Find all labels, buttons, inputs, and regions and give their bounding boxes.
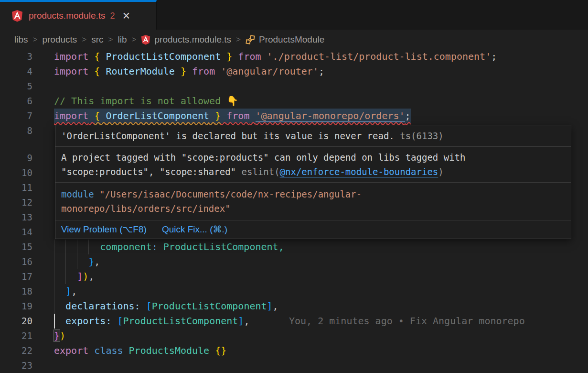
quick-fix-link[interactable]: Quick Fix... (⌘.) — [162, 224, 227, 235]
hover-text-line: module "/Users/isaac/Documents/code/nx-r… — [61, 187, 565, 201]
code-text: // This import is not allowed 👇 — [54, 94, 238, 109]
token: , — [88, 271, 94, 282]
token: ProductsModule — [129, 345, 210, 356]
code-text: export class ProductsModule {} — [54, 343, 226, 358]
hover-text: ) — [438, 166, 443, 177]
token — [221, 51, 226, 62]
line-number: 15 — [0, 240, 32, 254]
line-number: 17 — [0, 269, 32, 284]
token: ProductListComponent — [163, 241, 278, 252]
code-text: import { RouterModule } from '@angular/r… — [54, 64, 324, 79]
token: RouterModule — [106, 66, 175, 77]
hover-text-line: monorepo/libs/orders/src/index" — [61, 201, 565, 216]
code-line-18[interactable]: ], — [54, 284, 77, 299]
token: declarations — [65, 300, 135, 312]
token — [54, 241, 100, 252]
code-line-19[interactable]: declarations: [ProductListComponent], — [54, 299, 278, 314]
token: import — [54, 51, 88, 62]
token — [123, 345, 129, 356]
vscode-window: products.module.ts 2 × libs>products>src… — [0, 0, 588, 373]
hover-text-line: 'OrderListComponent' is declared but its… — [61, 129, 565, 143]
code-line-17[interactable]: ]), — [54, 269, 94, 284]
code-line-7[interactable]: import { OrderListComponent } from '@ang… — [54, 109, 411, 123]
token: component — [100, 241, 151, 252]
token: from — [226, 110, 249, 121]
token: ; — [405, 110, 411, 121]
code-line-15[interactable]: component: ProductListComponent, — [54, 240, 284, 254]
code-text: import { OrderListComponent } from '@ang… — [54, 109, 411, 123]
token: } — [54, 330, 60, 341]
token — [88, 66, 94, 77]
code-text: }) — [54, 329, 65, 343]
code-line-20[interactable]: exports: [ProductListComponent], — [54, 314, 249, 329]
token: } — [181, 66, 186, 77]
code-line-3[interactable]: import { ProductListComponent } from './… — [54, 49, 497, 64]
token — [100, 66, 106, 77]
line-number: 23 — [0, 358, 32, 373]
token — [261, 51, 267, 62]
token: [ — [146, 300, 152, 312]
token — [54, 315, 65, 327]
hover-text: "/Users/isaac/Documents/code/nx-recipes/… — [99, 189, 362, 199]
view-problem-link[interactable]: View Problem (⌥F8) — [61, 224, 147, 235]
line-number: 6 — [0, 94, 32, 109]
token — [158, 241, 163, 252]
token: ] — [238, 315, 244, 327]
token: 👇 — [226, 95, 238, 107]
hover-actions: View Problem (⌥F8)Quick Fix... (⌘.) — [55, 220, 571, 239]
code-text: exports: [ProductListComponent], — [54, 314, 249, 329]
token — [140, 300, 146, 312]
token: , — [71, 285, 77, 297]
hover-text: "scope:products", "scope:shared" — [61, 166, 242, 177]
token: ProductListComponent — [123, 315, 238, 327]
diagnostic-eslint: A project tagged with "scope:products" c… — [55, 147, 571, 183]
code-text: }, — [54, 254, 100, 269]
token: from — [192, 66, 215, 77]
code-line-16[interactable]: }, — [54, 254, 100, 269]
diagnostic-ts: 'OrderListComponent' is declared but its… — [55, 125, 571, 147]
code-line-21[interactable]: }) — [54, 329, 65, 343]
token — [215, 66, 221, 77]
token: ; — [319, 66, 324, 77]
line-number: 5 — [0, 79, 32, 94]
token: } — [215, 110, 221, 121]
line-number: 10 — [0, 165, 32, 180]
hover-text-line: "scope:products", "scope:shared" eslint(… — [61, 165, 565, 179]
module-info: module "/Users/isaac/Documents/code/nx-r… — [55, 183, 571, 220]
token: [ — [117, 315, 123, 327]
token: import — [54, 110, 88, 121]
line-number: 13 — [0, 210, 32, 225]
token: ProductListComponent — [152, 300, 267, 312]
line-number: 12 — [0, 195, 32, 210]
token — [54, 271, 77, 282]
line-number: 3 — [0, 49, 32, 64]
eslint-rule-link[interactable]: @nx/enforce-module-boundaries — [280, 166, 438, 177]
token: export — [54, 345, 88, 356]
hover-popup: 'OrderListComponent' is declared but its… — [55, 125, 571, 239]
line-number: 4 — [0, 64, 32, 79]
token: '@angular-monorepo/orders' — [256, 110, 405, 122]
hover-text-line: A project tagged with "scope:products" c… — [61, 150, 565, 165]
token: } — [88, 256, 94, 267]
line-number: 11 — [0, 180, 32, 195]
code-line-4[interactable]: import { RouterModule } from '@angular/r… — [54, 64, 324, 79]
token: from — [238, 51, 261, 62]
token: { — [94, 66, 100, 77]
hover-text: 'OrderListComponent' is declared but its… — [61, 131, 395, 141]
token — [100, 51, 106, 62]
token — [209, 110, 215, 121]
code-line-6[interactable]: // This import is not allowed 👇 — [54, 94, 238, 109]
token: ProductListComponent — [106, 51, 221, 62]
token: , — [244, 315, 249, 327]
line-number: 8 — [0, 123, 32, 138]
line-number: 9 — [0, 151, 32, 165]
token: ; — [491, 51, 497, 62]
code-line-22[interactable]: export class ProductsModule {} — [54, 343, 226, 358]
token: '@angular/router' — [221, 66, 319, 77]
token: { — [94, 51, 100, 62]
token — [54, 256, 88, 267]
line-number: 19 — [0, 299, 32, 314]
token: , — [94, 256, 100, 267]
token: ] — [77, 271, 83, 282]
hover-sections: 'OrderListComponent' is declared but its… — [55, 125, 571, 220]
